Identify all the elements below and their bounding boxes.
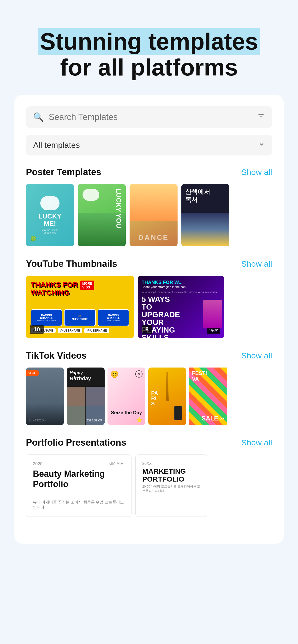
tt2-top: Happy Birthday: [70, 370, 102, 382]
poster-item[interactable]: LUCKYME! May the fortunebe with you 🍀: [26, 184, 74, 246]
tt2-photo-4: [86, 406, 105, 425]
cloud-decoration: [40, 196, 60, 210]
yt1-bottom: GAMINGCHANNEL PREVIOUS VIDEO 🎮SUBSCRIBE …: [31, 309, 129, 326]
yt2-intro-text: Introducing Fleetarm event - survive the…: [141, 290, 220, 294]
yt1-name-2: @ USERNAME: [58, 328, 83, 333]
yt2-count-badge: 8: [141, 325, 152, 334]
poster-section-title: Poster Templates: [26, 167, 101, 177]
pf1-header: 2020 KIM MIRI: [33, 462, 124, 468]
portfolio-grid: 2020 KIM MIRI Beauty Marketing Portfolio…: [26, 454, 272, 517]
yt1-title: THANKS FORWATCHING: [31, 280, 78, 296]
portfolio-show-all-button[interactable]: Show all: [241, 438, 272, 447]
yt1-count-badge: 10: [30, 325, 44, 334]
yt1-card-previous: GAMINGCHANNEL PREVIOUS VIDEO: [31, 309, 62, 326]
tt4-tower-graphic: [164, 372, 171, 401]
poster-korean-text: 산책에서독서: [185, 188, 226, 204]
yt1-names: @ USERNAME @ USERNAME @ USERNAME: [31, 328, 129, 333]
pf1-author: KIM MIRI: [108, 462, 124, 466]
city-background: [181, 213, 229, 246]
cloud-decoration: [83, 189, 99, 201]
youtube-thumbnail-item[interactable]: THANKS FOR W... Share your strategies in…: [138, 276, 224, 338]
tt4-paris-text: PARIS: [151, 390, 158, 406]
tiktok-videos-section: TikTok Videos Show all VLOG 2024.02.05 H…: [26, 350, 272, 425]
poster-item[interactable]: LUCKY YOU: [78, 184, 126, 246]
tiktok-item[interactable]: PARIS: [148, 368, 186, 425]
youtube-thumbnails-section: YouTube Thumbnails Show all THANKS FORWA…: [26, 259, 272, 338]
hero-section: Stunning templates for all platforms: [0, 0, 298, 95]
portfolio-section-title: Portfolio Presentations: [26, 438, 126, 448]
pf1-year: 2020: [33, 462, 43, 466]
portfolio-item[interactable]: 2020 KIM MIRI Beauty Marketing Portfolio…: [26, 454, 131, 517]
tt2-photo-2: [86, 387, 105, 406]
youtube-show-all-button[interactable]: Show all: [241, 259, 272, 268]
youtube-section-header: YouTube Thumbnails Show all: [26, 259, 272, 269]
yt1-card-subscribe: 🎮SUBSCRIBE: [64, 309, 95, 326]
yt2-share-text: Share your strategies in the con...: [141, 285, 220, 289]
filter-button[interactable]: [257, 112, 265, 122]
yt1-card-next-text: GAMINGCHANNEL: [107, 314, 120, 319]
hero-title-line2: for all platforms: [60, 54, 238, 80]
search-bar: 🔍: [26, 106, 272, 128]
tt3-smiley-icon: 😊: [110, 370, 119, 378]
template-filter-dropdown[interactable]: All templates: [26, 135, 272, 156]
tiktok-grid: VLOG 2024.02.05 Happy Birthday: [26, 368, 272, 425]
yt1-card-subscribe-text: 🎮SUBSCRIBE: [72, 314, 88, 320]
yt1-title-block: THANKS FORWATCHING: [31, 280, 78, 298]
pf2-year: 20XX: [142, 462, 200, 466]
yt1-card-next-sub: NEXT VIDEO: [107, 319, 120, 322]
hero-title-highlight: Stunning templates: [38, 28, 260, 54]
tt2-birthday-text: Birthday: [70, 376, 102, 382]
poster-item[interactable]: 산책에서독서: [181, 184, 229, 246]
tt2-photo-1: [67, 387, 85, 406]
tt3-tag: N: [135, 370, 142, 378]
tt3-stickers: ⭐: [136, 417, 142, 423]
tt2-photo-3: [67, 406, 85, 425]
tt4-phone-graphic: [174, 406, 182, 420]
portfolio-section-header: Portfolio Presentations Show all: [26, 438, 272, 448]
pf2-subtitle: 20XX 마케팅 포트폴리오 프레젠테이션 포트폴리오입니다: [142, 484, 200, 493]
tt1-gradient: [26, 404, 64, 425]
poster-lucky-me-sub: May the fortunebe with you: [42, 229, 58, 234]
portfolio-item[interactable]: 20XX MARKETING PORTFOLIO 20XX 마케팅 포트폴리오 …: [135, 454, 207, 517]
chevron-down-icon: [258, 141, 265, 149]
yt1-card-next: GAMINGCHANNEL NEXT VIDEO: [98, 309, 129, 326]
poster-grid: LUCKYME! May the fortunebe with you 🍀 LU…: [26, 184, 272, 246]
pf2-title: MARKETING PORTFOLIO: [142, 467, 200, 483]
tiktok-item[interactable]: FESTIVA SALE ››: [189, 368, 227, 425]
yt1-card-previous-text: GAMINGCHANNEL: [40, 314, 53, 319]
tt2-date: 2025.09.05: [86, 418, 102, 422]
tiktok-show-all-button[interactable]: Show all: [241, 351, 272, 360]
tiktok-section-header: TikTok Videos Show all: [26, 350, 272, 361]
tiktok-item[interactable]: VLOG 2024.02.05: [26, 368, 64, 425]
yt1-card-sub: PREVIOUS VIDEO: [37, 319, 56, 322]
youtube-section-title: YouTube Thumbnails: [26, 259, 117, 269]
tiktok-item[interactable]: 😊 N Seize the Day ⭐: [107, 368, 145, 425]
yt1-more-badge: MOREVIDS: [80, 280, 94, 290]
poster-dance-text: DANCE: [138, 233, 169, 242]
poster-show-all-button[interactable]: Show all: [241, 168, 272, 177]
sky-background: [129, 184, 178, 222]
yt2-person-graphic: [203, 300, 222, 328]
dropdown-label: All templates: [33, 140, 80, 150]
poster-templates-section: Poster Templates Show all LUCKYME! May t…: [26, 167, 272, 246]
tt1-vlog-tag: VLOG: [26, 370, 39, 376]
poster-section-header: Poster Templates Show all: [26, 167, 272, 177]
portfolio-presentations-section: Portfolio Presentations Show all 2020 KI…: [26, 438, 272, 517]
poster-lucky-you-text: LUCKY YOU: [115, 189, 122, 228]
tt5-festi-text: FESTIVA: [192, 370, 207, 382]
youtube-grid: THANKS FORWATCHING MOREVIDS GAMINGCHANNE…: [26, 276, 272, 338]
youtube-thumbnail-item[interactable]: THANKS FORWATCHING MOREVIDS GAMINGCHANNE…: [26, 276, 134, 338]
poster-item[interactable]: DANCE: [129, 184, 178, 246]
yt2-thanks-text: THANKS FOR W...: [141, 280, 220, 285]
pf1-subtitle: 뷰티 마케터를 꿈꾸는 소비자 행동론 수업 포트폴리오입니다: [33, 500, 124, 510]
yt1-name-3: @ USERNAME: [84, 328, 109, 333]
tiktok-item[interactable]: Happy Birthday 2025.09.05: [67, 368, 105, 425]
pf1-title: Beauty Marketing Portfolio: [33, 468, 124, 489]
tiktok-section-title: TikTok Videos: [26, 350, 87, 361]
tt3-seize-text: Seize the Day: [110, 410, 142, 416]
tt5-sale-text: SALE ››: [202, 415, 224, 422]
yt1-header: THANKS FORWATCHING MOREVIDS: [31, 280, 129, 298]
hero-title: Stunning templates for all platforms: [14, 29, 284, 80]
poster-lucky-me-text: LUCKYME!: [38, 213, 61, 228]
search-input[interactable]: [49, 112, 252, 122]
